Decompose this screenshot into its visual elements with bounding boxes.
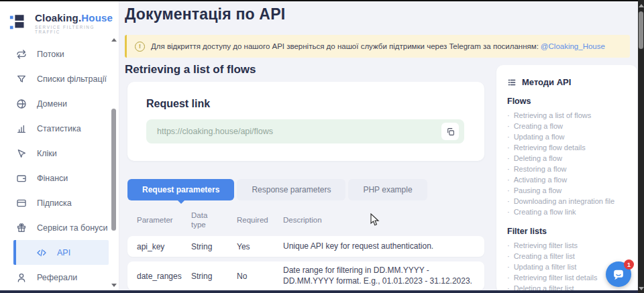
api-methods-header: Методи API <box>507 77 627 87</box>
cell-description: Unique API key for request authenticatio… <box>283 241 484 252</box>
cell-parameter: api_key <box>137 242 191 251</box>
cloaking-house-logo-icon <box>9 12 29 35</box>
sidebar-item-label: Кліки <box>37 149 57 158</box>
sidebar-item-label: Статистика <box>37 124 81 133</box>
list-menu-icon <box>507 78 517 87</box>
method-link[interactable]: Deleting a flow <box>507 153 627 164</box>
cell-required: Yes <box>237 242 283 251</box>
sidebar-item-filter-lists[interactable]: Списки фільтрації <box>0 66 119 91</box>
sidebar-scrollbar[interactable] <box>111 36 117 289</box>
column-header-description: Description <box>283 216 484 224</box>
method-link[interactable]: Creating a flow link <box>507 207 627 217</box>
chat-notification-badge: 1 <box>624 259 634 270</box>
column-header-data-type: Data type <box>191 211 219 230</box>
table-header-row: Parameter Data type Required Description <box>127 207 484 233</box>
sidebar-item-label: Списки фільтрації <box>37 74 107 84</box>
tab-response-parameters[interactable]: Response parameters <box>237 179 345 200</box>
request-link-card: Request link https://cloaking.house/api/… <box>127 82 484 161</box>
tab-php-example[interactable]: PHP example <box>348 179 427 200</box>
filter-funnel-icon <box>16 74 27 84</box>
method-link[interactable]: Pausing a flow <box>507 185 627 196</box>
sidebar-nav: Потоки Списки фільтрації Домени Статисти… <box>0 42 119 290</box>
sidebar-item-label: Підписка <box>37 198 72 208</box>
section-title: Retrieving a list of flows <box>125 63 256 76</box>
credit-card-icon <box>16 198 27 209</box>
copy-url-button[interactable] <box>441 123 459 140</box>
sidebar-item-statistics[interactable]: Статистика <box>0 116 119 141</box>
cell-data-type: String <box>191 242 237 251</box>
scroll-up-arrow[interactable] <box>639 4 644 7</box>
cell-description: Date range for filtering in DD.MM.YYYY -… <box>283 266 484 286</box>
globe-icon <box>16 99 27 109</box>
table-row-api-key: api_key String Yes Unique API key for re… <box>127 236 484 257</box>
request-url-field[interactable]: https://cloaking.house/api/flows <box>146 119 464 143</box>
request-url-value: https://cloaking.house/api/flows <box>157 127 441 136</box>
table-row-date-ranges: date_ranges String No Date range for fil… <box>127 261 484 290</box>
column-header-required: Required <box>237 216 283 224</box>
api-access-notice: ! Для відкриття доступу до нашого API зв… <box>125 35 630 58</box>
person-icon <box>16 272 27 283</box>
sidebar-item-label: Реферали <box>37 273 77 282</box>
info-icon: ! <box>135 42 145 52</box>
cell-required: No <box>237 272 283 281</box>
sidebar-item-flows[interactable]: Потоки <box>0 42 119 66</box>
sidebar-item-services[interactable]: Сервіси та бонуси <box>0 215 119 240</box>
window-top-edge <box>0 0 644 1</box>
sidebar-item-domains[interactable]: Домени <box>0 91 119 116</box>
telegram-link[interactable]: @Cloaking_House <box>541 42 605 50</box>
method-link[interactable]: Updating a flow <box>507 131 627 142</box>
sidebar-item-clicks[interactable]: Кліки <box>0 141 119 166</box>
sidebar-item-label: Сервіси та бонуси <box>37 223 107 233</box>
method-link[interactable]: Creating a filter list <box>507 251 627 261</box>
column-header-parameter: Parameter <box>137 216 191 224</box>
window-bottom-edge <box>0 290 638 293</box>
code-icon <box>36 247 47 258</box>
sidebar-item-finance[interactable]: Фінанси <box>0 166 119 190</box>
sidebar-item-api[interactable]: API <box>13 240 109 265</box>
method-link[interactable]: Restoring a flow <box>507 164 627 174</box>
methods-group-filter-lists: Filter lists <box>507 227 627 236</box>
cell-data-type: String <box>191 272 237 281</box>
sidebar-scrollbar-thumb[interactable] <box>111 109 116 231</box>
method-link[interactable]: Retrieving flow details <box>507 142 627 153</box>
method-link[interactable]: Creating a flow <box>507 121 627 131</box>
sidebar-scroll-up-arrow[interactable] <box>111 38 117 42</box>
logo[interactable]: Cloaking.House SERVICE FILTERING TRAFFIC <box>0 1 119 36</box>
parameter-tabs: Request parameters Response parameters P… <box>127 179 427 200</box>
chat-bubble-icon <box>611 267 626 282</box>
logo-title-dark: Cloaking. <box>35 12 81 23</box>
gift-icon <box>16 223 27 233</box>
copy-icon <box>446 127 455 136</box>
browser-scrollbar-thumb[interactable] <box>639 11 643 49</box>
api-methods-title: Методи API <box>522 77 571 87</box>
sidebar-item-label: Фінанси <box>37 174 68 183</box>
sidebar-item-label: Потоки <box>37 50 64 59</box>
methods-group-flows: Flows <box>507 97 627 106</box>
sidebar-item-label: Домени <box>37 99 67 109</box>
logo-text: Cloaking.House SERVICE FILTERING TRAFFIC <box>35 12 119 34</box>
method-link[interactable]: Downloading an integration file <box>507 196 627 207</box>
browser-scrollbar[interactable] <box>638 0 644 293</box>
request-link-title: Request link <box>146 98 210 110</box>
logo-subtitle: SERVICE FILTERING TRAFFIC <box>35 25 119 34</box>
notice-text: Для відкриття доступу до нашого API звер… <box>151 42 605 50</box>
api-methods-panel: Методи API Flows Retrieving a list of fl… <box>496 65 637 293</box>
sidebar-item-referrals[interactable]: Реферали <box>0 265 119 290</box>
wallet-icon <box>16 173 27 184</box>
cell-parameter: date_ranges <box>137 272 191 281</box>
flows-sync-icon <box>16 49 27 60</box>
cursor-click-icon <box>16 148 27 159</box>
method-link[interactable]: Activating a flow <box>507 174 627 185</box>
bar-chart-icon <box>16 123 27 134</box>
scroll-down-arrow[interactable] <box>639 287 644 290</box>
method-link[interactable]: Retrieving filter lists <box>507 240 627 251</box>
sidebar: Cloaking.House SERVICE FILTERING TRAFFIC… <box>0 1 119 290</box>
method-link[interactable]: Retrieving a list of flows <box>507 110 627 121</box>
sidebar-scroll-down-arrow[interactable] <box>111 284 117 287</box>
sidebar-item-subscription[interactable]: Підписка <box>0 190 119 215</box>
sidebar-item-label: API <box>57 248 70 257</box>
flows-links: Retrieving a list of flows Creating a fl… <box>507 110 627 217</box>
logo-title-accent: House <box>81 12 113 23</box>
page-title: Документація по API <box>125 5 285 23</box>
tab-request-parameters[interactable]: Request parameters <box>127 179 234 200</box>
